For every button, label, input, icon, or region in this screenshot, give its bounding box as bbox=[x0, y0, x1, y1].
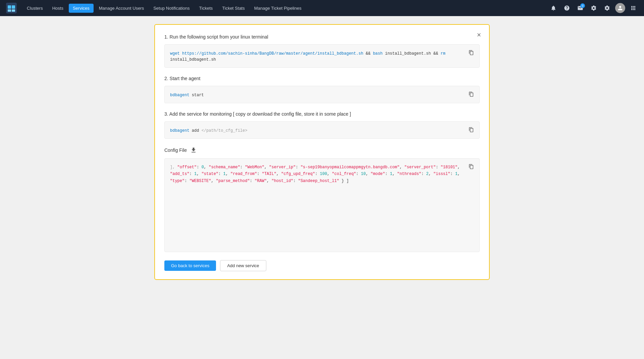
config-file-title: Config File bbox=[164, 147, 187, 153]
add-new-service-button[interactable]: Add new service bbox=[220, 260, 266, 271]
step2-title: 2. Start the agent bbox=[164, 76, 480, 81]
svg-rect-3 bbox=[8, 9, 11, 12]
download-config-button[interactable] bbox=[190, 147, 197, 154]
main-content: 1. Run the following script from your li… bbox=[0, 16, 644, 359]
step1-code: wget https://github.com/sachin-sinha/Ban… bbox=[170, 51, 445, 62]
step2-code-block: bdbagent start bbox=[164, 86, 480, 103]
setup-panel: 1. Run the following script from your li… bbox=[154, 24, 490, 280]
config-code: ], "offset": 0, "schema_name": "WebMon",… bbox=[170, 164, 466, 184]
gear-button[interactable] bbox=[602, 3, 612, 13]
settings-button[interactable] bbox=[588, 3, 599, 13]
step3-title: 3. Add the service for monitoring [ copy… bbox=[164, 111, 480, 117]
config-copy-button[interactable] bbox=[467, 162, 476, 171]
step2-code: bdbagent start bbox=[170, 93, 204, 98]
navbar-icons: 0 bbox=[548, 3, 639, 13]
nav-services[interactable]: Services bbox=[69, 4, 94, 13]
notifications-button[interactable] bbox=[548, 3, 559, 13]
help-button[interactable] bbox=[561, 3, 572, 13]
nav-manage-account-users[interactable]: Manage Account Users bbox=[95, 4, 148, 13]
svg-rect-4 bbox=[12, 9, 15, 12]
nav-ticket-stats[interactable]: Ticket Stats bbox=[218, 4, 249, 13]
step3-copy-button[interactable] bbox=[467, 125, 476, 134]
nav-tickets[interactable]: Tickets bbox=[195, 4, 217, 13]
nav-clusters[interactable]: Clusters bbox=[23, 4, 47, 13]
close-button[interactable] bbox=[474, 30, 484, 40]
step1-copy-button[interactable] bbox=[467, 48, 476, 57]
messages-badge: 0 bbox=[580, 3, 585, 8]
svg-rect-1 bbox=[8, 5, 11, 9]
step3-code: bdbagent add </path/to_cfg_file> bbox=[170, 128, 247, 133]
step1-code-block: wget https://github.com/sachin-sinha/Ban… bbox=[164, 44, 480, 68]
step3-code-block: bdbagent add </path/to_cfg_file> bbox=[164, 121, 480, 139]
config-file-header: Config File bbox=[164, 147, 480, 154]
footer-actions: Go back to services Add new service bbox=[164, 260, 480, 271]
nav-setup-notifications[interactable]: Setup Notifications bbox=[149, 4, 194, 13]
user-avatar[interactable] bbox=[615, 3, 625, 13]
messages-button[interactable]: 0 bbox=[575, 3, 586, 13]
config-code-block[interactable]: ], "offset": 0, "schema_name": "WebMon",… bbox=[164, 158, 480, 252]
nav-manage-ticket-pipelines[interactable]: Manage Ticket Pipelines bbox=[250, 4, 306, 13]
step1-title: 1. Run the following script from your li… bbox=[164, 34, 480, 40]
app-logo bbox=[5, 2, 17, 14]
svg-rect-2 bbox=[12, 5, 15, 9]
svg-rect-0 bbox=[6, 3, 17, 13]
navbar: Clusters Hosts Services Manage Account U… bbox=[0, 0, 644, 16]
step2-copy-button[interactable] bbox=[467, 89, 476, 99]
nav-hosts[interactable]: Hosts bbox=[48, 4, 67, 13]
go-back-button[interactable]: Go back to services bbox=[164, 260, 216, 271]
apps-button[interactable] bbox=[628, 3, 639, 13]
